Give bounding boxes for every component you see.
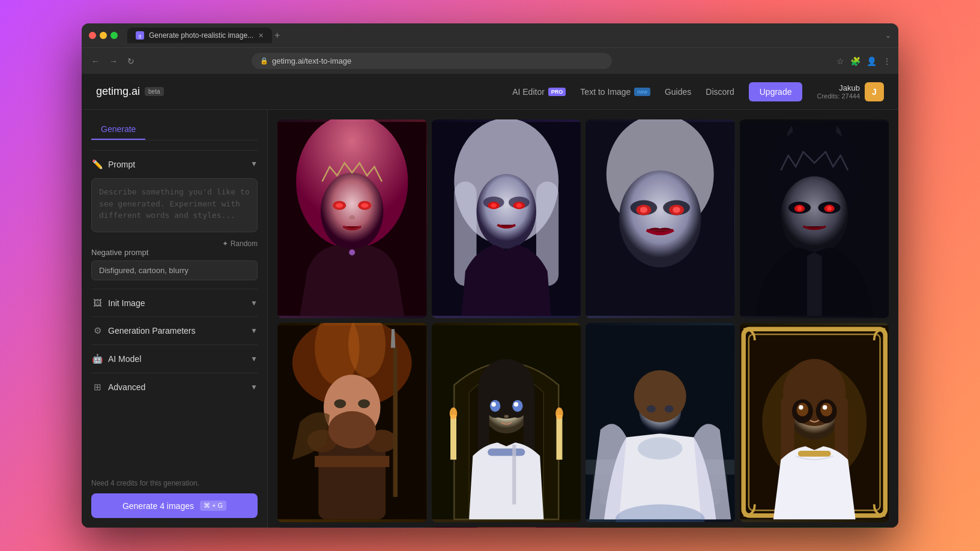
nav-ai-editor[interactable]: AI Editor PRO [512, 87, 566, 97]
generation-params-header[interactable]: ⚙ Generation Parameters ▼ [91, 317, 258, 345]
ai-model-chevron-icon: ▼ [250, 355, 258, 363]
svg-point-18 [491, 203, 497, 208]
svg-point-90 [796, 403, 808, 417]
nav-guides[interactable]: Guides [665, 87, 691, 97]
new-badge: new [634, 88, 650, 96]
image-svg [740, 527, 889, 528]
svg-point-78 [665, 405, 674, 412]
image-item[interactable] [277, 119, 427, 318]
image-item[interactable] [432, 119, 581, 318]
forward-button[interactable]: → [107, 54, 120, 68]
maximize-button[interactable] [110, 32, 118, 39]
image-svg [585, 323, 735, 522]
init-image-header[interactable]: 🖼 Init Image ▼ [91, 289, 258, 316]
minimize-button[interactable] [100, 32, 107, 39]
svg-point-28 [673, 207, 680, 213]
bookmark-icon[interactable]: ☆ [836, 56, 844, 66]
reload-button[interactable]: ↻ [125, 54, 137, 68]
svg-point-92 [799, 405, 803, 409]
image-overlay [432, 119, 581, 318]
image-svg [432, 323, 581, 522]
prompt-textarea[interactable] [91, 178, 258, 232]
random-button[interactable]: ✦ Random [91, 239, 258, 248]
image-item[interactable] [277, 323, 427, 522]
generate-button[interactable]: Generate 4 images ⌘ + G [91, 493, 258, 518]
image-item[interactable] [740, 323, 889, 522]
keyboard-shortcut-hint: ⌘ + G [200, 501, 226, 511]
svg-point-22 [619, 170, 701, 268]
advanced-label: Advanced [108, 382, 145, 392]
user-avatar[interactable]: J [865, 82, 884, 101]
image-item[interactable] [740, 527, 889, 528]
active-tab[interactable]: g Generate photo-realistic image... ✕ [127, 28, 272, 43]
new-tab-button[interactable]: + [274, 30, 280, 41]
image-overlay [277, 119, 427, 318]
image-item[interactable] [585, 119, 735, 318]
user-name: Jakub [817, 83, 860, 92]
svg-point-91 [820, 403, 832, 417]
sliders-icon: ⚙ [91, 325, 103, 336]
tab-favicon: g [136, 31, 144, 40]
image-item[interactable] [432, 527, 581, 528]
svg-point-7 [349, 215, 355, 219]
svg-point-48 [328, 411, 376, 448]
svg-rect-69 [512, 445, 516, 504]
prompt-section-header[interactable]: ✏️ Prompt ▲ [91, 151, 258, 178]
svg-point-56 [555, 408, 563, 420]
image-item[interactable] [585, 323, 735, 522]
svg-rect-51 [393, 348, 398, 498]
svg-rect-43 [318, 441, 386, 519]
ai-model-icon: 🤖 [91, 354, 103, 364]
image-svg [277, 119, 427, 318]
image-svg [585, 527, 735, 528]
prompt-section-content: ✦ Random Negative prompt [91, 178, 258, 289]
menu-icon[interactable]: ⋮ [883, 56, 891, 66]
svg-point-74 [638, 438, 683, 460]
sidebar-tab-generate[interactable]: Generate [91, 119, 145, 140]
profile-icon[interactable]: 👤 [867, 56, 877, 66]
tab-title: Generate photo-realistic image... [149, 31, 253, 40]
image-item[interactable] [740, 119, 889, 318]
image-overlay [585, 323, 735, 522]
advanced-header[interactable]: ⊞ Advanced ▼ [91, 373, 258, 401]
image-svg [277, 323, 427, 522]
ai-model-header[interactable]: 🤖 AI Model ▼ [91, 345, 258, 373]
user-text: Jakub Credits: 27444 [817, 83, 860, 100]
traffic-lights [89, 32, 118, 39]
advanced-chevron-icon: ▼ [250, 383, 258, 391]
negative-prompt-input[interactable] [91, 260, 258, 280]
gen-params-header-left: ⚙ Generation Parameters [91, 325, 196, 336]
image-item[interactable] [432, 323, 581, 522]
image-overlay [585, 527, 735, 528]
image-overlay [432, 527, 581, 528]
image-overlay [740, 527, 889, 528]
nav-discord[interactable]: Discord [706, 87, 734, 97]
svg-point-77 [647, 405, 656, 412]
image-item[interactable] [277, 527, 427, 528]
image-svg [740, 323, 889, 522]
image-overlay [740, 119, 889, 318]
address-bar-actions: ☆ 🧩 👤 ⋮ [836, 56, 891, 66]
extensions-icon[interactable]: 🧩 [850, 56, 861, 66]
prompt-section: ✏️ Prompt ▲ ✦ Random Negative prompt [91, 150, 258, 289]
title-bar: g Generate photo-realistic image... ✕ + … [82, 23, 898, 47]
sidebar: Generate ✏️ Prompt ▲ ✦ [82, 110, 268, 528]
svg-point-49 [334, 399, 346, 408]
url-bar[interactable]: 🔒 getimg.ai/text-to-image [252, 53, 612, 69]
image-svg [277, 527, 427, 528]
svg-rect-54 [556, 415, 562, 460]
tab-area: g Generate photo-realistic image... ✕ + [127, 28, 880, 43]
back-button[interactable]: ← [89, 54, 102, 68]
close-button[interactable] [89, 32, 96, 39]
beta-badge: beta [145, 87, 163, 96]
tab-close-icon[interactable]: ✕ [258, 32, 264, 40]
negative-prompt-label: Negative prompt [91, 248, 258, 257]
upgrade-button[interactable]: Upgrade [749, 82, 803, 101]
nav-text-to-image[interactable]: Text to Image new [580, 87, 650, 97]
image-item[interactable] [585, 527, 735, 528]
svg-rect-68 [488, 448, 525, 456]
prompt-chevron-icon: ▲ [250, 160, 258, 169]
ai-model-header-left: 🤖 AI Model [91, 354, 141, 364]
svg-point-5 [336, 203, 343, 208]
svg-point-38 [827, 206, 831, 211]
